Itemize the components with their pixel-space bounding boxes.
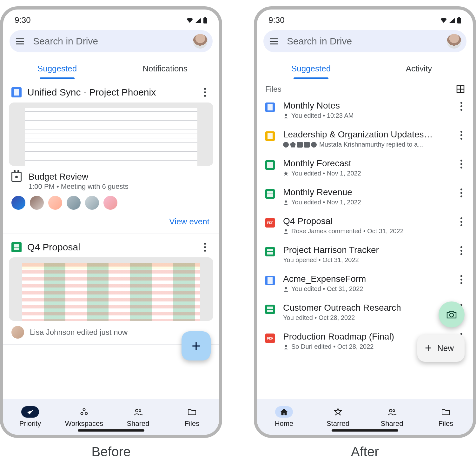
guest-avatar: [30, 196, 44, 210]
wifi-icon: [440, 17, 447, 23]
caption-after: After: [351, 444, 379, 459]
svg-point-5: [136, 409, 138, 412]
search-bar[interactable]: Search in Drive: [263, 30, 466, 52]
tabs: Suggested Activity: [257, 59, 473, 79]
status-bar: 9:30: [257, 10, 473, 26]
new-fab[interactable]: + New: [417, 334, 465, 362]
guest-avatar: [48, 196, 62, 210]
svg-point-16: [285, 345, 287, 347]
plus-icon: +: [425, 342, 432, 354]
tab-notifications[interactable]: Notifications: [111, 59, 219, 79]
create-fab[interactable]: +: [182, 331, 211, 360]
menu-icon[interactable]: [270, 36, 279, 46]
guest-avatar: [67, 196, 81, 210]
file-subtitle: You edited • Oct 28, 2022: [283, 314, 447, 321]
battery-icon: [203, 17, 208, 24]
svg-point-18: [389, 409, 392, 412]
person-icon: [283, 344, 289, 350]
home-icon: [275, 406, 293, 418]
tabs: Suggested Notifications: [3, 59, 219, 79]
person-icon: [283, 228, 289, 234]
nav-shared[interactable]: Shared: [365, 406, 419, 428]
sheet-icon: [265, 160, 275, 170]
sheets-icon: [11, 242, 22, 252]
svg-rect-7: [457, 18, 461, 23]
priority-icon: [21, 406, 39, 418]
event-subtitle: 1:00 PM • Meeting with 6 guests: [29, 182, 129, 191]
actor-avatar: [11, 326, 24, 339]
menu-icon[interactable]: [16, 36, 25, 46]
file-row[interactable]: Acme_ExpenseFormYou edited • Oct 31, 202…: [257, 269, 473, 298]
file-row[interactable]: PDFQ4 ProposalRose James commented • Oct…: [257, 211, 473, 240]
more-button[interactable]: [456, 129, 467, 141]
folder-icon: [183, 406, 201, 418]
file-title: Project Harrison Tracker: [283, 245, 447, 255]
person-icon: [283, 200, 289, 205]
card-title: Q4 Proposal: [27, 242, 194, 253]
svg-point-4: [85, 413, 88, 415]
shared-icon: [383, 406, 401, 418]
more-button[interactable]: [199, 241, 211, 253]
file-title: Customer Outreach Research: [283, 303, 447, 313]
nav-files[interactable]: Files: [165, 406, 219, 428]
tab-suggested[interactable]: Suggested: [257, 59, 365, 79]
svg-point-6: [139, 410, 141, 412]
more-button[interactable]: [456, 101, 467, 112]
view-event-link[interactable]: View event: [9, 210, 213, 234]
file-row[interactable]: Leadership & Organization Updates…Mustaf…: [257, 124, 473, 153]
svg-point-12: [285, 114, 287, 116]
sheet-icon: [265, 189, 275, 199]
more-button[interactable]: [199, 87, 211, 98]
calendar-icon: [11, 172, 22, 182]
file-title: Monthly Revenue: [283, 187, 447, 197]
docs-icon: [11, 87, 22, 97]
tab-suggested[interactable]: Suggested: [3, 59, 111, 79]
wifi-icon: [186, 17, 194, 23]
event-row[interactable]: Budget Review 1:00 PM • Meeting with 6 g…: [9, 166, 213, 191]
search-bar[interactable]: Search in Drive: [10, 30, 213, 52]
sheet-icon: [265, 247, 275, 256]
grid-view-icon[interactable]: [456, 85, 465, 93]
nav-shared[interactable]: Shared: [111, 406, 165, 428]
file-row[interactable]: Monthly NotesYou edited • 10:23 AM: [257, 96, 473, 124]
guest-avatars: [9, 191, 213, 210]
account-avatar[interactable]: [447, 34, 461, 49]
file-title: Monthly Forecast: [283, 158, 447, 169]
more-button[interactable]: [456, 158, 467, 170]
person-icon: [283, 113, 289, 119]
more-button[interactable]: [456, 187, 467, 199]
svg-point-14: [285, 229, 287, 231]
nav-starred[interactable]: Starred: [311, 406, 365, 428]
document-preview[interactable]: [9, 102, 213, 166]
more-button[interactable]: [456, 216, 467, 228]
nav-priority[interactable]: Priority: [3, 406, 57, 428]
account-avatar[interactable]: [193, 34, 208, 49]
camera-fab[interactable]: [439, 301, 465, 327]
file-subtitle: Mustafa Krishnamurthy replied to a…: [283, 141, 447, 148]
tab-activity[interactable]: Activity: [365, 59, 473, 79]
more-button[interactable]: [456, 274, 467, 285]
folder-icon: [437, 406, 455, 418]
spreadsheet-preview[interactable]: [9, 257, 213, 321]
shared-icon: [129, 406, 147, 418]
file-row[interactable]: Monthly RevenueYou edited • Nov 1, 2022: [257, 182, 473, 211]
badge-chips: [283, 142, 317, 148]
file-row[interactable]: Project Harrison TrackerYou opened • Oct…: [257, 240, 473, 269]
more-button[interactable]: [456, 245, 467, 256]
gesture-bar: [332, 429, 398, 432]
nav-workspaces[interactable]: Workspaces: [57, 406, 111, 428]
files-header-row: Files: [257, 79, 473, 96]
file-row[interactable]: Monthly ForecastYou edited • Nov 1, 2022: [257, 153, 473, 182]
file-title: Leadership & Organization Updates…: [283, 129, 447, 140]
card-title: Unified Sync - Project Phoenix: [27, 87, 194, 98]
card-q4-proposal[interactable]: Q4 Proposal Lisa Johnson edited just now: [3, 234, 219, 345]
nav-home[interactable]: Home: [257, 406, 311, 428]
nav-files[interactable]: Files: [419, 406, 473, 428]
status-icons: [186, 17, 208, 24]
battery-icon: [457, 17, 461, 24]
phone-after: 9:30 Search in Drive Suggested Activity …: [254, 6, 476, 438]
file-title: Q4 Proposal: [283, 216, 447, 226]
card-unified-sync[interactable]: Unified Sync - Project Phoenix Budget Re…: [3, 79, 219, 234]
svg-rect-0: [203, 18, 207, 23]
bottom-nav: Home Starred Shared: [257, 399, 473, 435]
